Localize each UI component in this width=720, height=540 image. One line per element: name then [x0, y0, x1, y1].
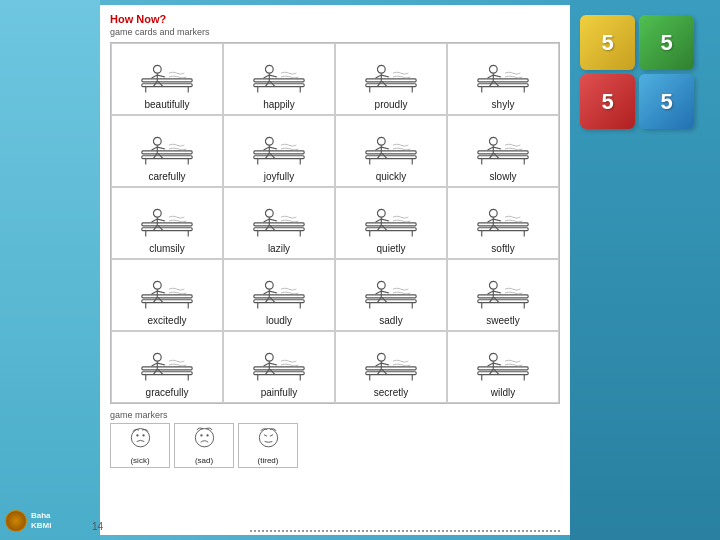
svg-rect-10	[254, 79, 304, 82]
svg-point-124	[153, 281, 161, 289]
svg-point-205	[206, 434, 208, 436]
svg-point-206	[259, 429, 277, 447]
word-image	[137, 130, 197, 168]
word-label: sweetly	[486, 315, 519, 326]
svg-rect-20	[366, 79, 416, 82]
word-image	[249, 130, 309, 168]
word-label: quietly	[377, 243, 406, 254]
svg-line-136	[264, 291, 270, 294]
svg-rect-1	[142, 84, 192, 87]
svg-point-114	[489, 209, 497, 217]
svg-rect-90	[254, 223, 304, 226]
svg-rect-70	[478, 151, 528, 154]
svg-point-44	[153, 137, 161, 145]
word-cell: happily	[223, 43, 335, 115]
svg-line-86	[152, 219, 158, 222]
svg-line-6	[152, 75, 158, 78]
bottom-label: game markers	[110, 410, 560, 420]
svg-point-144	[377, 281, 385, 289]
svg-line-77	[493, 147, 501, 149]
word-cell: shyly	[447, 43, 559, 115]
svg-line-126	[152, 291, 158, 294]
svg-point-154	[489, 281, 497, 289]
block-green: 5	[639, 15, 694, 70]
svg-rect-190	[478, 367, 528, 370]
word-cell: softly	[447, 187, 559, 259]
word-image	[361, 130, 421, 168]
svg-point-164	[153, 353, 161, 361]
dotted-line-decoration	[250, 530, 560, 532]
svg-rect-160	[142, 367, 192, 370]
svg-rect-41	[142, 156, 192, 159]
svg-line-196	[488, 363, 494, 366]
word-cell: slowly	[447, 115, 559, 187]
svg-line-207	[263, 435, 266, 437]
word-label: excitedly	[148, 315, 187, 326]
word-label: happily	[263, 99, 295, 110]
word-cell: clumsily	[111, 187, 223, 259]
word-label: painfully	[261, 387, 298, 398]
svg-line-208	[270, 435, 273, 437]
svg-rect-150	[478, 295, 528, 298]
svg-rect-71	[478, 156, 528, 159]
bottom-card: (sick)	[110, 423, 170, 468]
word-label: secretly	[374, 387, 408, 398]
word-label: carefully	[148, 171, 185, 182]
word-cell: joyfully	[223, 115, 335, 187]
word-label: proudly	[375, 99, 408, 110]
svg-line-177	[269, 363, 277, 365]
svg-point-194	[489, 353, 497, 361]
svg-rect-80	[142, 223, 192, 226]
svg-rect-140	[366, 295, 416, 298]
word-label: beautifully	[144, 99, 189, 110]
word-image	[473, 346, 533, 384]
svg-point-104	[377, 209, 385, 217]
svg-line-167	[157, 363, 165, 365]
svg-point-84	[153, 209, 161, 217]
word-image	[473, 202, 533, 240]
section-subtitle: game cards and markers	[110, 27, 560, 37]
word-cell: painfully	[223, 331, 335, 403]
word-image	[249, 274, 309, 312]
word-label: slowly	[489, 171, 516, 182]
svg-point-4	[153, 65, 161, 73]
bottom-card-label: (tired)	[258, 456, 279, 465]
word-cell: lazily	[223, 187, 335, 259]
block-blue: 5	[639, 74, 694, 129]
word-cell: loudly	[223, 259, 335, 331]
svg-rect-101	[366, 228, 416, 231]
word-cell: sweetly	[447, 259, 559, 331]
svg-line-116	[488, 219, 494, 222]
svg-line-106	[376, 219, 382, 222]
word-cell: sadly	[335, 259, 447, 331]
logo-text: Baha KBMI	[31, 511, 51, 532]
word-image	[361, 346, 421, 384]
bottom-section: game markers (sick) (sad) (tired)	[110, 410, 560, 468]
svg-rect-30	[478, 79, 528, 82]
svg-point-204	[200, 434, 202, 436]
svg-rect-51	[254, 156, 304, 159]
svg-rect-120	[142, 295, 192, 298]
svg-point-184	[377, 353, 385, 361]
block-red: 5	[580, 74, 635, 129]
svg-rect-171	[254, 372, 304, 375]
svg-rect-170	[254, 367, 304, 370]
svg-line-107	[381, 219, 389, 221]
svg-rect-121	[142, 300, 192, 303]
svg-point-201	[136, 434, 138, 436]
word-image	[473, 274, 533, 312]
svg-point-34	[489, 65, 497, 73]
svg-point-134	[265, 281, 273, 289]
word-cell: wildly	[447, 331, 559, 403]
word-cell: beautifully	[111, 43, 223, 115]
decorative-blocks: 5 5 5 5	[575, 10, 715, 130]
block-yellow: 5	[580, 15, 635, 70]
svg-line-97	[269, 219, 277, 221]
word-cell: secretly	[335, 331, 447, 403]
svg-line-76	[488, 147, 494, 150]
svg-point-200	[131, 429, 149, 447]
svg-rect-161	[142, 372, 192, 375]
svg-line-47	[157, 147, 165, 149]
svg-line-87	[157, 219, 165, 221]
svg-rect-180	[366, 367, 416, 370]
